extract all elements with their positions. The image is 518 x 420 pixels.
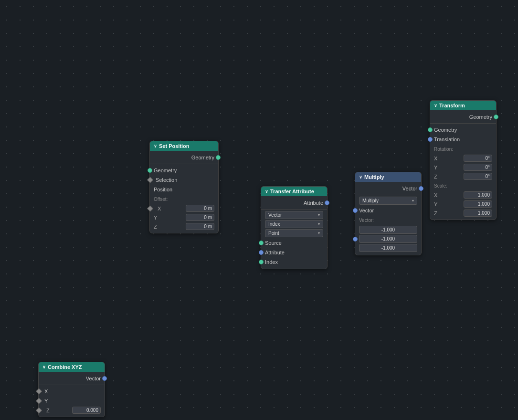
transform-scale-label: Scale: [430,181,496,190]
combine-output-vector: Vector [39,374,105,383]
setpos-selection-input-socket[interactable] [147,177,153,183]
transfer-index-input: Index [261,257,327,267]
multiply-vector-section: Vector: [355,215,421,225]
combine-y-socket[interactable] [36,398,42,404]
multiply-vector-output-socket[interactable] [419,186,423,191]
setpos-output-geometry: Geometry [150,153,218,162]
transfer-dropdown-type[interactable]: Vector ▾ [265,211,323,219]
transform-scale-y: Y 1.000 [430,200,496,209]
multiply-y-value[interactable]: -1.000 [359,235,417,243]
multiply-header: ∨ Multiply [355,172,421,182]
transform-rotation-x: X 0° [430,154,496,163]
setpos-offset-x: X 0 m [150,204,218,213]
transform-chevron[interactable]: ∨ [434,103,437,108]
transfer-attribute-socket[interactable] [259,250,264,255]
dropdown2-arrow: ▾ [318,222,320,226]
transform-translation-input-socket[interactable] [428,137,433,142]
multiply-dropdown-arrow: ▾ [412,199,414,203]
transfer-index-socket[interactable] [259,260,264,264]
dropdown1-arrow: ▾ [318,213,320,217]
multiply-output-vector: Vector [355,184,421,193]
setpos-header: ∨ Set Position [150,141,218,151]
setpos-geometry-input-socket[interactable] [148,168,152,173]
transfer-dropdown-mapping[interactable]: Index ▾ [265,220,323,228]
combine-vector-output-socket[interactable] [102,376,107,381]
multiply-vector2-input-socket[interactable] [353,237,358,242]
setpos-offset-y: Y 0 m [150,213,218,222]
transform-translation-input: Translation [430,135,496,144]
transfer-chevron[interactable]: ∨ [265,189,268,194]
transfer-attribute-input: Attribute [261,248,327,257]
transform-output-geometry: Geometry [430,112,496,122]
transfer-output-attribute: Attribute [261,198,327,208]
setpos-offset-label: Offset: [150,194,218,204]
multiply-chevron[interactable]: ∨ [359,175,362,179]
setpos-selection-input: Selection [150,175,218,185]
setpos-geometry-input: Geometry [150,166,218,175]
combine-chevron[interactable]: ∨ [42,365,46,369]
setpos-position-input: Position [150,185,218,194]
setpos-chevron[interactable]: ∨ [154,144,157,148]
combine-z-input: Z 0.000 [39,406,105,415]
transfer-dropdown-domain[interactable]: Point ▾ [265,229,323,237]
combine-header: ∨ Combine XYZ [39,362,105,372]
transform-scale-x: X 1.000 [430,190,496,200]
setpos-offset-z: Z 0 m [150,222,218,231]
multiply-vector-input-socket[interactable] [353,208,358,213]
dropdown3-arrow: ▾ [318,231,320,235]
multiply-title: Multiply [364,174,384,180]
node-setpos: ∨ Set Position Geometry Geometry Selecti… [149,141,219,233]
transform-rotation-label: Rotation: [430,144,496,154]
transfer-source-socket[interactable] [259,241,264,245]
combine-x-socket[interactable] [36,388,42,395]
transform-geometry-output-socket[interactable] [494,115,498,119]
combine-x-input: X [39,387,105,396]
transform-title: Transform [439,103,465,108]
transfer-attribute-output-socket[interactable] [325,200,329,205]
node-combine: ∨ Combine XYZ Vector X Y Z 0.000 [38,362,105,417]
node-transform: ∨ Transform Geometry Geometry Translatio… [430,100,497,220]
node-transfer: ∨ Transfer Attribute Attribute Vector ▾ … [261,186,328,269]
transfer-title: Transfer Attribute [270,189,314,194]
setpos-title: Set Position [159,143,190,149]
transform-header: ∨ Transform [430,101,496,110]
multiply-dropdown[interactable]: Multiply ▾ [359,197,417,205]
node-multiply: ∨ Multiply Vector Multiply ▾ Vector Vect… [355,172,422,255]
multiply-x-value[interactable]: -1.000 [359,226,417,234]
transform-rotation-z: Z 0° [430,172,496,181]
combine-y-input: Y [39,396,105,406]
setpos-offset-x-socket[interactable] [147,205,153,211]
combine-title: Combine XYZ [48,364,82,370]
transform-geometry-input-socket[interactable] [428,127,433,132]
combine-z-socket[interactable] [36,407,42,413]
transform-scale-z: Z 1.000 [430,209,496,218]
multiply-z-value[interactable]: -1.000 [359,244,417,252]
transfer-header: ∨ Transfer Attribute [261,187,327,196]
setpos-geometry-output-socket[interactable] [216,155,221,160]
transfer-source-input: Source [261,238,327,248]
multiply-vector-input: Vector [355,206,421,215]
transform-rotation-y: Y 0° [430,163,496,172]
transform-geometry-input: Geometry [430,125,496,135]
